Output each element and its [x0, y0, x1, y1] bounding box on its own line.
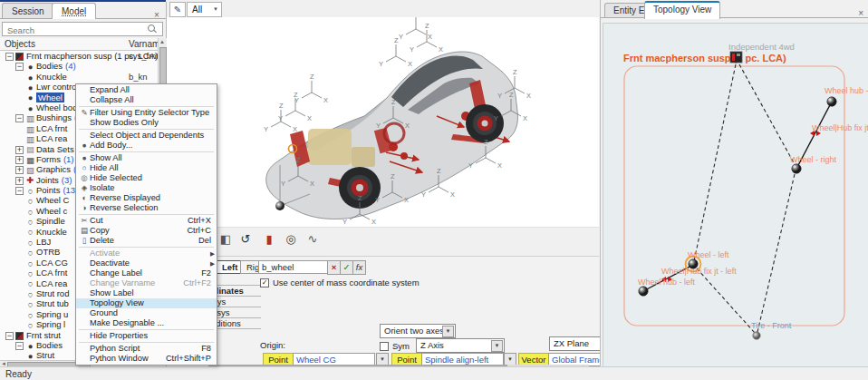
plane-box[interactable]: ZX Plane	[549, 336, 603, 351]
menu-item-label: Select Object and Dependents	[90, 131, 204, 140]
zoom-icon[interactable]: ◎	[283, 231, 299, 248]
tree-item-label: Frnt strut	[26, 330, 61, 340]
svg-text:Z: Z	[394, 36, 399, 44]
hide-icon: ○	[79, 163, 90, 173]
menu-item-hide-all[interactable]: ○Hide All	[76, 163, 217, 173]
expand-icon[interactable]: +	[15, 156, 24, 164]
menu-item-isolate[interactable]: ◈Isolate	[76, 183, 217, 193]
expression-icon[interactable]: fx	[352, 260, 366, 275]
checkbox-checked-icon: ✓	[260, 278, 269, 287]
svg-text:Z: Z	[296, 156, 301, 164]
tab-model[interactable]: Model	[52, 3, 96, 19]
collapse-icon[interactable]: −	[5, 332, 14, 340]
system-icon[interactable]	[730, 52, 742, 63]
topology-node[interactable]	[792, 164, 801, 173]
expand-icon[interactable]: +	[15, 166, 24, 174]
topology-panel: Entity Editor Topology View × Independen…	[600, 0, 868, 366]
viewport-3d[interactable]: ZYXZYXZYXZYXZYXZYXZYXZYXZYXZYXZYXZYXZYXZ…	[167, 17, 599, 227]
expand-icon[interactable]: +	[15, 177, 24, 185]
collapse-icon[interactable]: −	[15, 342, 24, 350]
menu-item-cut[interactable]: ✂CutCtrl+X	[76, 216, 217, 226]
topology-canvas[interactable]: Independent 4wd Frnt macpherson susp (1 …	[603, 23, 868, 367]
tree-item-label: LCA CG	[36, 258, 68, 268]
menu-item-copy[interactable]: ▤CopyCtrl+C	[76, 226, 217, 236]
revdisp-icon: ◐	[79, 193, 90, 203]
menu-separator	[79, 106, 214, 107]
tree-row[interactable]: ●Knuckleb_kn	[0, 72, 158, 82]
entity-selector-icon[interactable]: ✎	[169, 2, 186, 17]
varname-field[interactable]: b_wheel	[258, 260, 330, 274]
axis-dropdown[interactable]: Z Axis ▼	[416, 338, 505, 353]
sym-checkbox[interactable]: Sym	[380, 341, 410, 351]
clear-icon[interactable]: ×	[327, 260, 341, 275]
menu-item-show-label[interactable]: Show Label	[76, 288, 217, 298]
tab-session[interactable]: Session	[2, 3, 54, 19]
menu-item-ground[interactable]: Ground	[76, 308, 217, 318]
tree-context-menu: Expand AllCollapse All✎Filter Using Enti…	[75, 83, 217, 365]
collapse-icon[interactable]: −	[15, 63, 24, 71]
view-mode-icon[interactable]: ◧	[217, 231, 234, 248]
menu-item-python-window[interactable]: Python WindowCtrl+Shift+P	[76, 354, 217, 364]
collapse-icon[interactable]: −	[15, 187, 24, 195]
filter-icon: ✎	[79, 108, 90, 118]
status-text: Ready	[5, 369, 32, 379]
menu-item-make-designable[interactable]: Make Designable ...	[76, 318, 217, 328]
menu-item-collapse-all[interactable]: Collapse All	[76, 95, 217, 105]
menu-item-label: Copy	[90, 226, 110, 235]
menu-item-change-label[interactable]: Change LabelF2	[76, 268, 217, 278]
tree-item-label: LCA rea	[36, 278, 67, 288]
menu-separator	[79, 329, 214, 330]
expand-icon[interactable]: +	[15, 146, 24, 154]
svg-text:X: X	[307, 114, 312, 122]
menu-item-show-all[interactable]: ●Show All	[76, 153, 217, 163]
svg-text:Y: Y	[421, 190, 426, 199]
copy-icon: ▤	[79, 226, 90, 236]
orient-method-value: Orient two axes	[384, 326, 444, 336]
menu-item-delete[interactable]: ▯DeleteDel	[76, 236, 217, 246]
rotate-view-icon[interactable]: ↺	[237, 231, 254, 248]
search-input[interactable]	[5, 24, 154, 36]
menu-item-expand-all[interactable]: Expand All	[76, 85, 217, 95]
svg-text:X: X	[405, 122, 410, 130]
menu-item-add-body[interactable]: ●Add Body...	[76, 141, 217, 151]
measure-icon[interactable]: ∿	[304, 231, 321, 248]
system-frame	[624, 66, 844, 326]
topology-node[interactable]	[827, 97, 836, 106]
close-icon[interactable]: ×	[154, 10, 159, 20]
car-illustration: ZYXZYXZYXZYXZYXZYXZYXZYXZYXZYXZYXZYXZYXZ…	[167, 17, 599, 227]
topology-node[interactable]	[639, 287, 648, 296]
system-icon	[15, 332, 24, 340]
topology-node-label: Wheel - right	[790, 155, 837, 164]
menu-item-hide-properties[interactable]: Hide Properties	[76, 331, 217, 341]
menu-item-reverse-selection[interactable]: ◑Reverse Selection	[76, 203, 217, 213]
menu-item-python-script[interactable]: Python ScriptF8	[76, 344, 217, 354]
menu-item-select-object-and-dependents[interactable]: Select Object and Dependents	[76, 131, 217, 141]
search-box[interactable]	[2, 22, 163, 36]
collapse-icon[interactable]: −	[5, 53, 14, 61]
menu-separator	[79, 151, 214, 152]
menu-item-reverse-displayed[interactable]: ◐Reverse Displayed	[76, 193, 217, 203]
menu-item-label: Hide All	[90, 163, 119, 172]
tree-row[interactable]: −●Bodies(4)	[0, 61, 158, 71]
menu-item-filter-using-entity-selector-type[interactable]: ✎Filter Using Entity Selector Type	[76, 108, 217, 118]
tab-topology-view[interactable]: Topology View	[644, 1, 720, 19]
collapse-icon[interactable]: −	[15, 114, 24, 122]
tree-item-label: Bushings	[36, 112, 72, 122]
menu-item-show-bodies-only[interactable]: Show Bodies Only	[76, 118, 217, 128]
selector-filter-dropdown[interactable]: All ▼	[187, 2, 222, 17]
menu-item-topology-view[interactable]: Topology View	[76, 298, 217, 308]
close-icon[interactable]: ×	[858, 8, 863, 18]
topology-node[interactable]	[753, 332, 760, 339]
tree-item-label: Knuckle	[36, 227, 67, 237]
menu-item-label: Reverse Selection	[90, 203, 158, 212]
menu-item-hide-selected[interactable]: ◎Hide Selected	[76, 173, 217, 183]
use-cm-checkbox[interactable]: ✓Use center of mass coordinate system	[260, 278, 420, 287]
topology-subtitle: Independent 4wd	[728, 42, 795, 52]
notes-icon[interactable]: ▮	[261, 231, 277, 248]
menu-item-label: Show All	[90, 153, 122, 162]
orient-method-dropdown[interactable]: Orient two axes ▼	[380, 324, 456, 338]
accept-icon[interactable]: ✓	[340, 260, 353, 275]
menu-item-deactivate[interactable]: Deactivate▶	[76, 258, 217, 268]
tree-row[interactable]: −Frnt macpherson susp (1 pc. LCA)sys_frn…	[0, 51, 158, 61]
tree-item-label: Knuckle	[36, 72, 67, 82]
